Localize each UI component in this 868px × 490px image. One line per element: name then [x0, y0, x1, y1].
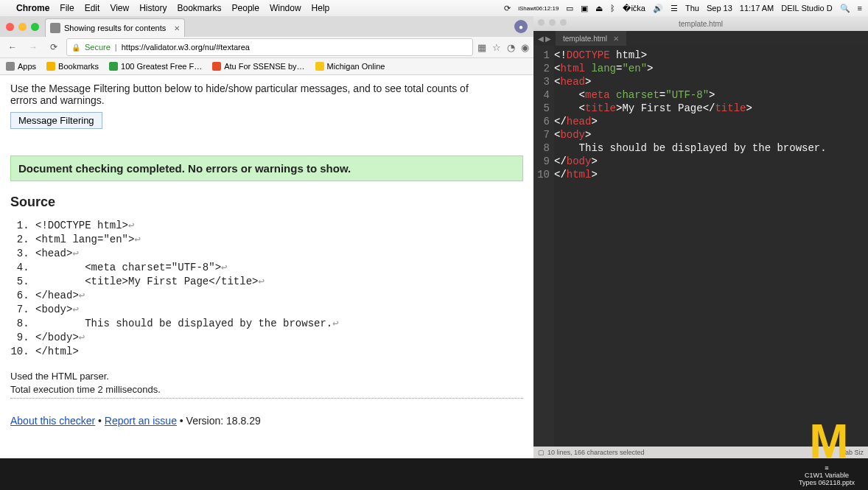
airplay-icon[interactable]: ▣ [581, 4, 588, 13]
chrome-toolbar: ← → ⟳ 🔒 Secure | https://validator.w3.or… [0, 37, 533, 58]
source-line: </html> [35, 345, 523, 359]
menu-people[interactable]: People [232, 3, 259, 13]
spotlight-icon[interactable]: 🔍 [840, 4, 850, 13]
mac-menubar: Chrome FileEditViewHistoryBookmarksPeopl… [0, 0, 868, 16]
lock-icon: 🔒 [71, 43, 80, 52]
profile-avatar[interactable]: ● [514, 20, 528, 33]
menu-help[interactable]: Help [312, 3, 330, 13]
bookmark-item[interactable]: Bookmarks [46, 62, 99, 71]
menu-history[interactable]: History [139, 3, 167, 13]
code-editor[interactable]: 12345678910 <!DOCTYPE html><html lang="e… [533, 46, 868, 447]
bookmark-label: 100 Greatest Free F… [121, 62, 202, 71]
editor-window: template.html ◀ ▶ template.html ✕ 123456… [533, 16, 868, 458]
bookmark-icon [46, 62, 55, 71]
menu-file[interactable]: File [60, 3, 74, 13]
bookmark-icon [315, 62, 324, 71]
eject-icon[interactable]: ⏏ [595, 4, 603, 13]
menu-bookmarks[interactable]: Bookmarks [178, 3, 222, 13]
bookmark-label: Michigan Online [327, 62, 385, 71]
bookmark-item[interactable]: Apps [6, 62, 36, 71]
window-traffic-lights[interactable] [0, 18, 45, 35]
source-line: <title>My First Page</title>↩ [35, 275, 523, 289]
line-number: 3 [533, 75, 554, 88]
extension-icon[interactable]: ◔ [507, 42, 515, 53]
line-number: 2 [533, 62, 554, 75]
source-line: </body>↩ [35, 331, 523, 345]
forward-button[interactable]: → [25, 39, 41, 55]
code-line: <meta charset="UTF-8"> [554, 88, 868, 102]
code-line: <title>My First Page</title> [554, 102, 868, 115]
display-icon[interactable]: ▭ [566, 4, 573, 13]
extension2-icon[interactable]: ◉ [521, 42, 529, 53]
nav-left-icon[interactable]: ◀ [538, 35, 544, 43]
menu-icon[interactable]: ≡ [858, 4, 862, 13]
source-listing: <!DOCTYPE html>↩<html lang="en">↩<head>↩… [10, 219, 523, 359]
volume-icon[interactable]: 🔊 [653, 4, 663, 13]
bookmarks-bar: AppsBookmarks100 Greatest Free F…Atu For… [0, 58, 533, 75]
line-gutter: 12345678910 [533, 46, 554, 447]
bookmark-icon [109, 62, 118, 71]
line-number: 6 [533, 115, 554, 128]
browser-tab[interactable]: Showing results for contents ✕ [45, 18, 185, 37]
clock-time: 11:17 AM [740, 4, 774, 13]
source-line: <!DOCTYPE html>↩ [35, 219, 523, 233]
page-content: Use the Message Filtering button below t… [0, 75, 533, 458]
menubar-app[interactable]: Chrome [16, 3, 49, 13]
line-number: 1 [533, 49, 554, 62]
account-indicator: iShawt06:12:19 [518, 5, 559, 12]
bookmark-label: Bookmarks [58, 62, 99, 71]
tab-title: Showing results for contents [64, 24, 166, 32]
bookmark-icon [212, 62, 221, 71]
code-line: This should be displayed by the browser. [554, 141, 868, 155]
line-number: 5 [533, 102, 554, 115]
parser-note: Used the HTML parser. [10, 371, 523, 382]
menu-view[interactable]: View [110, 3, 129, 13]
message-filtering-button[interactable]: Message Filtering [10, 112, 102, 129]
divider [10, 398, 523, 399]
code-line: </html> [554, 168, 868, 181]
bluetooth-icon[interactable]: ᛒ [610, 4, 615, 13]
line-number: 9 [533, 155, 554, 168]
qr-icon[interactable]: ▦ [477, 42, 486, 53]
reload-button[interactable]: ⟳ [46, 39, 62, 55]
panel-icon[interactable]: ▢ [538, 449, 545, 456]
wifi-icon[interactable]: �ička [623, 4, 645, 13]
tab-favicon [50, 23, 60, 33]
line-number: 7 [533, 128, 554, 141]
code-line: <body> [554, 128, 868, 141]
star-icon[interactable]: ☆ [492, 42, 501, 53]
report-issue-link[interactable]: Report an issue [105, 415, 177, 427]
refresh-icon[interactable]: ⟳ [504, 4, 511, 13]
bookmark-icon [6, 62, 15, 71]
code-area[interactable]: <!DOCTYPE html><html lang="en"><head> <m… [554, 46, 868, 447]
bookmark-item[interactable]: Atu For SSENSE by… [212, 62, 304, 71]
close-icon[interactable]: ✕ [613, 35, 619, 43]
bookmark-label: Atu For SSENSE by… [224, 62, 304, 71]
version-text: 18.8.29 [226, 415, 261, 427]
intro-text: Use the Message Filtering button below t… [10, 83, 482, 106]
clock-date: Sep 13 [707, 4, 732, 13]
code-line: <head> [554, 75, 868, 88]
flag-icon[interactable]: ☰ [671, 4, 678, 13]
chrome-tabstrip: Showing results for contents ✕ ● [0, 16, 533, 37]
code-line: </head> [554, 115, 868, 128]
bookmark-item[interactable]: Michigan Online [315, 62, 385, 71]
nav-right-icon[interactable]: ▶ [545, 35, 551, 43]
editor-tab[interactable]: template.html ✕ [556, 31, 626, 46]
menu-edit[interactable]: Edit [85, 3, 100, 13]
back-button[interactable]: ← [4, 39, 21, 55]
editor-traffic-lights[interactable] [533, 16, 571, 29]
m-logo: M [799, 420, 855, 463]
chrome-window: Showing results for contents ✕ ● ← → ⟳ 🔒… [0, 16, 534, 458]
page-footer: About this checker • Report an issue • V… [10, 415, 523, 427]
source-line: <html lang="en">↩ [35, 233, 523, 247]
source-line: <body>↩ [35, 303, 523, 317]
bookmark-item[interactable]: 100 Greatest Free F… [109, 62, 202, 71]
menu-window[interactable]: Window [270, 3, 301, 13]
address-bar[interactable]: 🔒 Secure | https://validator.w3.org/nu/#… [66, 38, 473, 56]
editor-window-title: template.html [679, 20, 723, 28]
url-text: https://validator.w3.org/nu/#textarea [122, 43, 250, 52]
editor-titlebar: template.html [533, 16, 868, 31]
close-icon[interactable]: ✕ [174, 24, 180, 32]
about-checker-link[interactable]: About this checker [10, 415, 95, 427]
